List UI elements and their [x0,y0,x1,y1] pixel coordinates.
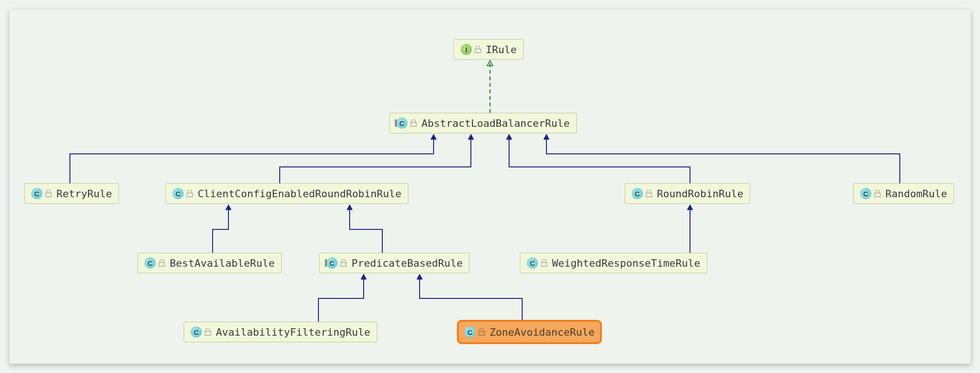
class-icon: C [145,257,156,269]
node-label: AvailabilityFilteringRule [216,326,370,338]
class-icon: C [31,188,42,199]
node-label: RandomRule [885,188,947,200]
node-label: RetryRule [56,188,112,200]
node-label: PredicateBasedRule [352,257,462,269]
node-round-robin-rule[interactable]: C RoundRobinRule [625,183,750,204]
class-icon: C [173,188,184,199]
lock-icon [159,259,165,267]
node-retry-rule[interactable]: C RetryRule [24,183,119,204]
edge-roundrobin-to-abstract [509,134,690,183]
edge-predicate-to-clientconfig [350,205,382,253]
lock-icon [186,190,193,197]
class-icon: C [860,188,871,199]
node-predicate-based-rule[interactable]: C PredicateBasedRule [319,253,469,273]
node-abstract-load-balancer-rule[interactable]: C AbstractLoadBalancerRule [389,113,577,133]
interface-icon: I [461,44,472,55]
node-client-config-enabled-round-robin-rule[interactable]: C ClientConfigEnabledRoundRobinRule [166,183,408,204]
edge-clientconfig-to-abstract [280,134,471,183]
edge-zoneavoid-to-predicate [420,274,522,320]
class-icon: C [527,257,538,269]
lock-icon [874,190,881,197]
node-label: WeightedResponseTimeRule [552,257,700,269]
lock-icon [410,119,417,127]
node-label: BestAvailableRule [170,257,275,269]
node-availability-filtering-rule[interactable]: C AvailabilityFilteringRule [184,322,377,342]
abstract-class-icon: C [396,117,407,129]
edge-bestavail-to-clientconfig [213,205,228,253]
lock-icon [340,259,347,267]
edge-random-to-abstract [546,134,900,183]
lock-icon [45,190,52,197]
node-label: ZoneAvoidanceRule [490,326,594,338]
edge-retry-to-abstract [70,134,434,183]
lock-icon [541,259,547,267]
node-zone-avoidance-rule[interactable]: C ZoneAvoidanceRule [457,320,602,344]
node-best-available-rule[interactable]: C BestAvailableRule [138,253,282,273]
class-icon: C [464,326,476,338]
node-label: ClientConfigEnabledRoundRobinRule [198,188,401,200]
class-icon: C [191,326,202,338]
node-irule[interactable]: I IRule [454,39,524,60]
abstract-class-icon: C [326,257,338,269]
edges-layer [9,9,971,364]
node-random-rule[interactable]: C RandomRule [853,183,954,204]
lock-icon [646,190,652,197]
lock-icon [475,46,481,53]
lock-icon [205,328,211,336]
class-icon: C [632,188,643,199]
node-label: IRule [486,44,517,55]
lock-icon [478,328,485,336]
class-hierarchy-diagram: I IRule C AbstractLoadBalancerRule C Ret… [9,9,971,364]
node-weighted-response-time-rule[interactable]: C WeightedResponseTimeRule [520,253,707,273]
node-label: AbstractLoadBalancerRule [421,117,570,129]
edge-availfilter-to-predicate [318,274,364,322]
node-label: RoundRobinRule [657,188,743,200]
